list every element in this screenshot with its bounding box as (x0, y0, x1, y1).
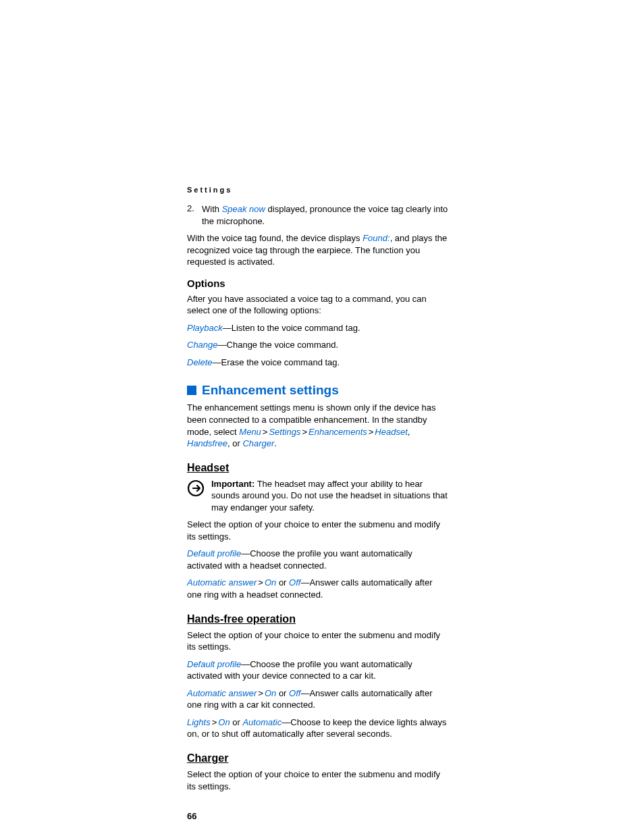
ui-term-delete: Delete (187, 357, 213, 367)
text: With (202, 204, 222, 214)
ui-term-handsfree: Handsfree (187, 438, 227, 448)
option-delete: Delete—Erase the voice command tag. (187, 357, 448, 369)
hands-automatic-answer: Automatic answer>On or Off—Answer calls … (187, 687, 448, 711)
separator: > (258, 577, 263, 588)
ui-term-change: Change (187, 340, 218, 350)
option-playback: Playback—Listen to the voice command tag… (187, 322, 448, 334)
step-number: 2. (187, 203, 202, 227)
step-2: 2. With Speak now displayed, pronounce t… (187, 203, 448, 227)
ui-term-automatic-answer: Automatic answer (187, 577, 257, 588)
ui-term-off: Off (289, 688, 300, 698)
headset-automatic-answer: Automatic answer>On or Off—Answer calls … (187, 577, 448, 600)
option-change: Change—Change the voice command. (187, 339, 448, 351)
separator: > (263, 427, 268, 437)
important-text: Important: The headset may affect your a… (211, 478, 448, 514)
text: . (274, 438, 277, 448)
heading-charger: Charger (187, 752, 448, 764)
ui-term-default-profile: Default profile (187, 659, 241, 669)
text: With the voice tag found, the device dis… (187, 233, 363, 243)
ui-term-headset: Headset (375, 427, 407, 437)
text: —Change the voice command. (218, 340, 338, 350)
ui-term-default-profile: Default profile (187, 548, 241, 558)
headset-select: Select the option of your choice to ente… (187, 519, 448, 542)
text: —Erase the voice command tag. (213, 357, 340, 367)
options-intro: After you have associated a voice tag to… (187, 293, 448, 317)
important-icon (187, 479, 205, 514)
manual-page: Settings 2. With Speak now displayed, pr… (0, 0, 644, 834)
square-bullet-icon (187, 386, 196, 395)
section-enhancement-settings: Enhancement settings (187, 383, 448, 398)
text: or (276, 688, 289, 698)
ui-term-enhancements: Enhancements (308, 427, 367, 437)
heading-headset: Headset (187, 462, 448, 474)
charger-select: Select the option of your choice to ente… (187, 768, 448, 792)
text: —Listen to the voice command tag. (223, 323, 360, 333)
step-text: With Speak now displayed, pronounce the … (202, 203, 448, 227)
ui-term-on: On (265, 688, 276, 698)
important-label: Important: (211, 479, 254, 489)
separator: > (302, 427, 307, 437)
page-number: 66 (187, 811, 448, 821)
ui-term-automatic: Automatic (242, 717, 281, 727)
separator: > (258, 688, 263, 698)
ui-term-settings: Settings (269, 427, 300, 437)
running-header: Settings (187, 186, 448, 194)
ui-term-lights: Lights (187, 717, 211, 727)
important-note: Important: The headset may affect your a… (187, 478, 448, 514)
text: or (276, 577, 289, 588)
text: or (230, 717, 243, 727)
ui-term-automatic-answer: Automatic answer (187, 688, 257, 698)
ui-term-speak-now: Speak now (222, 204, 265, 214)
separator: > (212, 717, 217, 727)
hands-select: Select the option of your choice to ente… (187, 629, 448, 653)
ui-term-on: On (265, 577, 276, 588)
headset-default-profile: Default profile—Choose the profile you w… (187, 548, 448, 571)
para-found: With the voice tag found, the device dis… (187, 232, 448, 268)
section-title: Enhancement settings (202, 383, 339, 398)
hands-default-profile: Default profile—Choose the profile you w… (187, 658, 448, 682)
separator: > (369, 427, 374, 437)
hands-lights: Lights>On or Automatic—Choose to keep th… (187, 716, 448, 740)
text: , (408, 427, 410, 437)
heading-hands-free: Hands-free operation (187, 613, 448, 625)
ui-term-playback: Playback (187, 323, 223, 333)
ui-term-charger: Charger (242, 438, 274, 448)
ui-term-off: Off (289, 577, 300, 588)
ui-term-menu: Menu (239, 427, 261, 437)
text: , or (227, 438, 242, 448)
ui-term-on: On (218, 717, 230, 727)
heading-options: Options (187, 278, 448, 289)
enhancement-intro: The enhancement settings menu is shown o… (187, 402, 448, 449)
ui-term-found: Found: (363, 233, 390, 243)
